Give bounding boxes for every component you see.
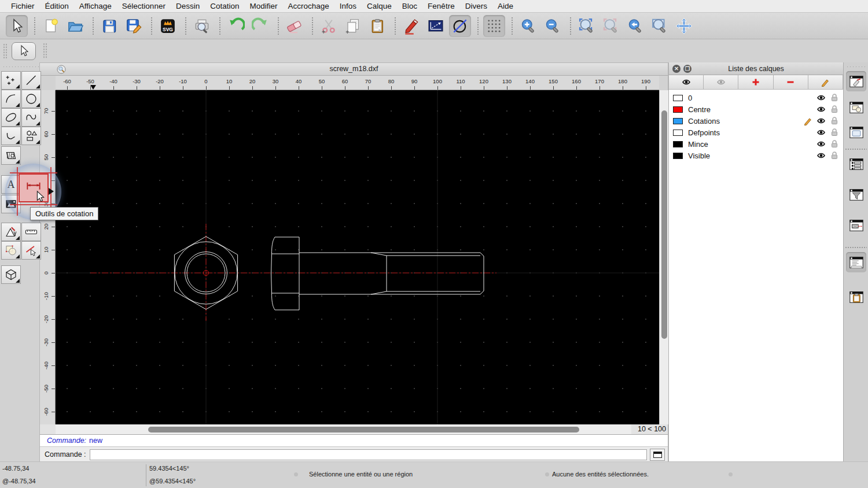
draw-arc-button[interactable] [1, 90, 21, 108]
layer-lock-icon[interactable] [830, 139, 839, 149]
pen-attributes-button[interactable] [400, 15, 422, 37]
menu-aide[interactable]: Aide [492, 2, 518, 10]
layer-row-defpoints[interactable]: Defpoints [669, 127, 843, 138]
layer-row-mince[interactable]: Mince [669, 138, 843, 150]
layer-visibility-icon[interactable] [816, 93, 826, 102]
layer-visibility-icon[interactable] [816, 139, 826, 149]
command-input[interactable] [90, 449, 647, 460]
layer-lock-icon[interactable] [830, 116, 839, 125]
layer-color-swatch[interactable] [673, 130, 683, 136]
layer-lock-icon[interactable] [830, 151, 839, 160]
select-entity-tools-button[interactable] [21, 241, 41, 260]
flyout-arrow-icon[interactable] [49, 188, 54, 195]
cut-button[interactable] [318, 15, 340, 37]
selection-pointer-button[interactable] [12, 42, 36, 60]
command-line-widget-button[interactable] [846, 252, 866, 272]
menu-calque[interactable]: Calque [362, 2, 397, 10]
menu-cotation[interactable]: Cotation [205, 2, 244, 10]
document-titlebar[interactable]: screw_m18.dxf [40, 63, 668, 76]
horizontal-scrollbar-thumb[interactable] [148, 427, 579, 432]
redo-button[interactable] [249, 15, 271, 37]
menu-affichage[interactable]: Affichage [74, 2, 117, 10]
select-tool-button[interactable] [6, 15, 28, 37]
undo-button[interactable] [225, 15, 247, 37]
new-document-button[interactable] [40, 15, 62, 37]
zoom-window-button[interactable] [649, 15, 671, 37]
measure-tools-button[interactable] [21, 223, 41, 241]
edit-layer-button[interactable] [808, 75, 843, 89]
menu-selectionner[interactable]: Sélectionner [117, 2, 171, 10]
draw-polyline-button[interactable] [1, 127, 21, 145]
dimension-style-button[interactable] [425, 15, 447, 37]
layer-row-visible[interactable]: Visible [669, 150, 843, 161]
remove-layer-button[interactable] [774, 75, 808, 89]
zoom-in-button[interactable] [517, 15, 539, 37]
layer-row-centre[interactable]: Centre [669, 103, 843, 115]
layer-filter-widget-button[interactable] [846, 184, 866, 205]
construction-mode-button[interactable] [449, 15, 471, 37]
draw-spline-button[interactable] [21, 108, 41, 127]
layer-visibility-icon[interactable] [816, 105, 826, 114]
show-all-layers-button[interactable] [669, 75, 704, 89]
copy-button[interactable] [342, 15, 364, 37]
layer-color-swatch[interactable] [673, 141, 683, 147]
save-document-button[interactable] [98, 15, 120, 37]
draw-ellipse-button[interactable] [1, 108, 21, 127]
detach-icon[interactable]: ❐ [683, 65, 692, 73]
isometric-tools-button[interactable] [1, 265, 21, 284]
layer-color-swatch[interactable] [673, 118, 683, 124]
vertical-scrollbar-thumb[interactable] [661, 110, 667, 339]
menu-accrochage[interactable]: Accrochage [282, 2, 334, 10]
block-list-widget-button[interactable] [846, 97, 866, 117]
open-document-button[interactable] [64, 15, 86, 37]
draw-polygon-button[interactable] [21, 127, 41, 145]
add-layer-button[interactable] [738, 75, 773, 89]
menu-edition[interactable]: Édition [40, 2, 74, 10]
menu-modifier[interactable]: Modifier [244, 2, 282, 10]
zoom-previous-button[interactable] [624, 15, 646, 37]
grid-toggle-button[interactable] [483, 15, 505, 37]
toolbar-drag-handle[interactable] [3, 43, 8, 58]
vertical-scrollbar[interactable] [659, 90, 668, 424]
pen-toolbar-widget-button[interactable] [846, 71, 866, 91]
draw-circle-button[interactable] [21, 90, 41, 108]
hide-all-layers-button[interactable] [704, 75, 738, 89]
layer-row-cotations[interactable]: Cotations [669, 115, 843, 127]
draw-text-button[interactable]: A [1, 175, 21, 194]
paste-button[interactable] [366, 15, 388, 37]
layer-visibility-icon[interactable] [816, 116, 826, 125]
zoom-auto-button[interactable] [576, 15, 598, 37]
entity-widget-button[interactable] [846, 215, 866, 235]
drawing-canvas[interactable] [56, 90, 659, 424]
draw-line-button[interactable] [21, 71, 41, 90]
command-window-toggle-button[interactable] [650, 449, 665, 461]
save-document-as-button[interactable] [123, 15, 145, 37]
pan-view-button[interactable] [673, 15, 695, 37]
print-preview-button[interactable] [191, 15, 213, 37]
export-svg-button[interactable]: SVG [157, 15, 179, 37]
close-icon[interactable]: ✕ [672, 65, 681, 73]
layer-row-0[interactable]: 0 [669, 92, 843, 103]
layer-color-swatch[interactable] [673, 95, 683, 101]
menu-bloc[interactable]: Bloc [397, 2, 422, 10]
layer-visibility-icon[interactable] [816, 151, 826, 160]
clipboard-widget-button[interactable] [846, 287, 866, 307]
delete-entities-button[interactable] [284, 15, 306, 37]
insert-image-button[interactable] [1, 195, 21, 213]
zoom-out-button[interactable] [542, 15, 564, 37]
horizontal-scrollbar[interactable] [56, 424, 631, 434]
palette-drag-handle[interactable] [2, 65, 39, 69]
menu-infos[interactable]: Infos [334, 2, 362, 10]
menu-divers[interactable]: Divers [460, 2, 492, 10]
menu-fichier[interactable]: Fichier [6, 2, 40, 10]
draw-points-button[interactable] [1, 71, 21, 90]
draw-hatch-button[interactable] [1, 146, 21, 165]
layer-lock-icon[interactable] [830, 128, 839, 137]
layer-color-swatch[interactable] [673, 106, 683, 113]
layer-lock-icon[interactable] [830, 105, 839, 114]
library-browser-widget-button[interactable] [846, 122, 866, 142]
menu-dessin[interactable]: Dessin [171, 2, 205, 10]
layer-color-swatch[interactable] [673, 153, 683, 159]
modify-tools-button[interactable] [1, 241, 21, 260]
layer-list-widget-button[interactable] [846, 154, 866, 174]
